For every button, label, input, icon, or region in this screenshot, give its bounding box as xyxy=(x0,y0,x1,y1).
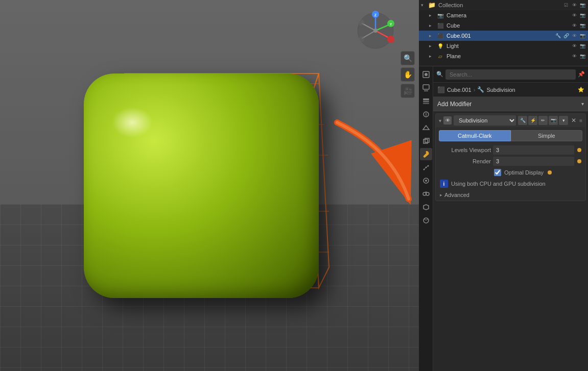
subdivision-surface xyxy=(84,73,319,298)
light-visibility-btn[interactable]: 👁 xyxy=(571,42,578,50)
light-expand: ▸ xyxy=(429,43,435,48)
collection-checkbox[interactable]: ☑ xyxy=(562,2,570,9)
svg-point-52 xyxy=(425,180,427,182)
collection-collapse-icon[interactable]: ▾ xyxy=(421,3,427,8)
cube-obj-name: Cube xyxy=(446,22,570,29)
pin-button[interactable]: ⭐ xyxy=(578,87,584,92)
search-icon: 🔍 xyxy=(436,71,443,78)
modifier-close-btn[interactable]: ✕ xyxy=(571,117,576,124)
outliner-row-cube001[interactable]: ▸ ⬛ Cube.001 🔧 🔗 👁 📷 xyxy=(419,31,588,41)
mod-btn-down[interactable]: ▾ xyxy=(559,116,568,125)
modifier-props-btn[interactable] xyxy=(420,148,432,160)
material-btn[interactable] xyxy=(420,214,432,227)
axis-gizmo[interactable]: Z Y xyxy=(355,10,396,51)
object-props-btn[interactable] xyxy=(420,135,432,147)
cube001-render-btn[interactable]: 📷 xyxy=(579,32,586,39)
collection-visibility[interactable]: 👁 xyxy=(571,2,578,9)
svg-point-29 xyxy=(387,36,394,43)
cube-visibility-btn[interactable]: 👁 xyxy=(571,22,578,29)
plane-visibility-btn[interactable]: 👁 xyxy=(571,53,578,60)
advanced-label: Advanced xyxy=(444,192,469,198)
plane-icon: ▱ xyxy=(436,53,444,60)
viewport[interactable]: Z Y 🔍 ✋ 🎥 xyxy=(0,0,419,371)
cube001-visibility-btn[interactable]: 👁 xyxy=(571,32,578,39)
mod-btn-render[interactable]: 📷 xyxy=(549,116,558,125)
levels-viewport-input[interactable] xyxy=(493,145,574,155)
collection-restrict[interactable]: 📷 xyxy=(579,2,586,9)
scene-props-btn[interactable] xyxy=(420,108,432,120)
plane-expand: ▸ xyxy=(429,54,435,59)
collection-actions: ☑ 👁 📷 xyxy=(562,2,586,9)
svg-point-45 xyxy=(424,156,425,157)
camera-visibility-btn[interactable]: 👁 xyxy=(571,12,578,19)
svg-rect-37 xyxy=(423,85,429,89)
light-obj-name: Light xyxy=(446,43,570,49)
pin-btn[interactable]: 📌 xyxy=(578,71,585,78)
levels-viewport-dot[interactable] xyxy=(577,148,581,152)
constraints-btn[interactable] xyxy=(420,188,432,200)
outliner-row-cube[interactable]: ▸ ⬛ Cube 👁 📷 xyxy=(419,20,588,31)
add-modifier-bar[interactable]: Add Modifier ▾ xyxy=(433,97,588,111)
view-layer-btn[interactable] xyxy=(420,95,432,107)
optimal-display-dot[interactable] xyxy=(548,170,552,175)
render-input[interactable] xyxy=(493,157,574,166)
plane-render-btn[interactable]: 📷 xyxy=(579,53,586,60)
cube-render-btn[interactable]: 📷 xyxy=(579,22,586,29)
outliner-row-light[interactable]: ▸ 💡 Light 👁 📷 xyxy=(419,41,588,51)
cube001-expand: ▸ xyxy=(429,33,435,38)
data-btn[interactable] xyxy=(420,201,432,213)
svg-rect-41 xyxy=(423,103,429,104)
simple-btn[interactable]: Simple xyxy=(511,130,583,141)
info-icon: i xyxy=(440,180,448,188)
svg-rect-44 xyxy=(425,138,429,142)
search-input[interactable] xyxy=(445,69,576,80)
svg-point-33 xyxy=(358,19,364,26)
modifier-eye-btn[interactable]: 👁 xyxy=(443,116,452,125)
optimal-display-row: Optimal Display xyxy=(436,167,585,178)
cube001-modifier-btn[interactable]: 🔗 xyxy=(562,32,570,39)
svg-line-49 xyxy=(424,167,426,169)
camera-icon: 📷 xyxy=(436,12,444,19)
cube-expand: ▸ xyxy=(429,23,435,28)
outliner: ▾ 📁 Collection ☑ 👁 📷 ▸ 📷 Camera 👁 📷 ▸ ⬛ … xyxy=(419,0,588,66)
optimal-display-label[interactable]: Optimal Display xyxy=(504,169,544,176)
render-label: Render xyxy=(440,158,491,164)
modifier-menu-btn[interactable]: ≡ xyxy=(579,118,582,123)
svg-line-50 xyxy=(426,166,428,167)
levels-viewport-label: Levels Viewport xyxy=(440,147,491,153)
world-props-btn[interactable] xyxy=(420,121,432,134)
mod-btn-2[interactable]: ⚡ xyxy=(528,116,537,125)
breadcrumb: ⬛ Cube.001 › 🔧 Subdivision ⭐ xyxy=(433,83,588,97)
modifier-header: ▾ 👁 Subdivision 🔧 ⚡ ✏ 📷 ▾ ✕ ≡ xyxy=(436,114,585,127)
render-props-btn[interactable] xyxy=(420,68,432,81)
outliner-row-plane[interactable]: ▸ ▱ Plane 👁 📷 xyxy=(419,51,588,61)
catmull-clark-btn[interactable]: Catmull-Clark xyxy=(439,130,511,141)
zoom-btn[interactable]: 🔍 xyxy=(401,51,415,65)
cube-mesh-icon: ⬛ xyxy=(436,22,444,29)
physics-btn[interactable] xyxy=(420,175,432,187)
camera-render-btn[interactable]: 📷 xyxy=(579,12,586,19)
svg-rect-43 xyxy=(424,139,428,143)
collection-name: Collection xyxy=(438,2,561,8)
cube001-tools-btn[interactable]: 🔧 xyxy=(554,32,561,39)
nav-buttons: 🔍 ✋ 🎥 xyxy=(401,51,415,98)
move-btn[interactable]: ✋ xyxy=(401,67,415,82)
particles-btn[interactable] xyxy=(420,161,432,174)
output-props-btn[interactable] xyxy=(420,82,432,94)
outliner-row-camera[interactable]: ▸ 📷 Camera 👁 📷 xyxy=(419,10,588,20)
modifier-name-select[interactable]: Subdivision xyxy=(454,115,516,126)
mod-btn-1[interactable]: 🔧 xyxy=(518,116,527,125)
advanced-row[interactable]: ▸ Advanced xyxy=(436,189,585,201)
properties-icons xyxy=(419,66,433,371)
render-dot[interactable] xyxy=(577,159,581,163)
breadcrumb-separator: › xyxy=(474,87,476,93)
modifier-collapse-btn[interactable]: ▾ xyxy=(439,118,441,123)
light-render-btn[interactable]: 📷 xyxy=(579,42,586,50)
light-icon: 💡 xyxy=(436,42,444,50)
optimal-display-checkbox[interactable] xyxy=(494,169,501,176)
info-row: i Using both CPU and GPU subdivision xyxy=(436,178,585,189)
camera-nav-btn[interactable]: 🎥 xyxy=(401,84,415,98)
svg-point-54 xyxy=(426,192,429,195)
cube001-mesh-icon: ⬛ xyxy=(436,32,444,39)
mod-btn-edit[interactable]: ✏ xyxy=(538,116,548,125)
